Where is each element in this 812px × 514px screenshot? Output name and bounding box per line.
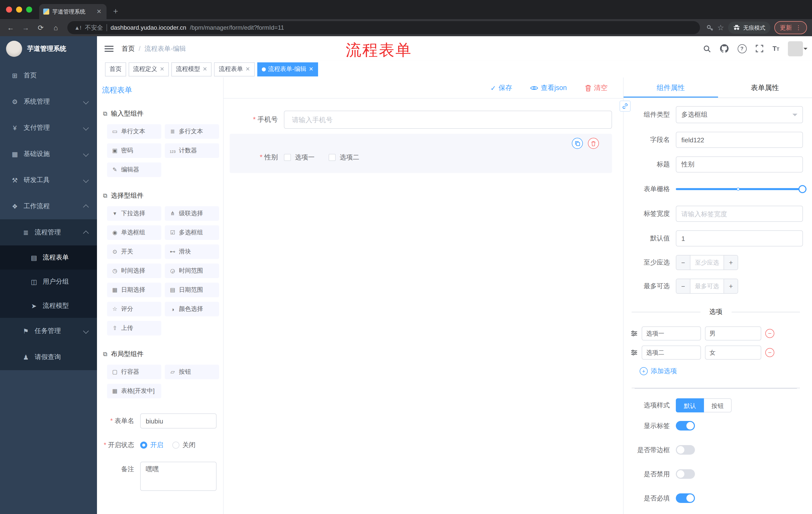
delete-field-button[interactable] xyxy=(588,138,599,149)
required-switch[interactable] xyxy=(676,493,695,503)
forward-icon[interactable]: → xyxy=(20,24,31,32)
sidebar-item-system[interactable]: ⚙ 系统管理 xyxy=(0,88,97,115)
title-input[interactable] xyxy=(676,156,803,172)
palette-item-checkbox-group[interactable]: 多选框组 xyxy=(165,225,219,240)
checkbox-icon[interactable] xyxy=(329,154,336,161)
tag-close-icon[interactable]: ✕ xyxy=(245,66,250,73)
browser-tab[interactable]: 芋道管理系统 ✕ xyxy=(39,4,107,19)
hamburger-icon[interactable] xyxy=(105,46,114,52)
sidebar-item-leave-query[interactable]: ♟ 请假查询 xyxy=(0,344,97,370)
clear-button[interactable]: 清空 xyxy=(582,83,610,93)
slider-handle[interactable] xyxy=(799,185,807,193)
sidebar-item-workflow[interactable]: ❖ 工作流程 xyxy=(0,193,97,219)
back-icon[interactable]: ← xyxy=(5,24,16,32)
github-icon[interactable] xyxy=(720,44,729,53)
decrease-button[interactable]: − xyxy=(676,255,690,270)
disabled-switch[interactable] xyxy=(676,469,695,479)
add-option-button[interactable]: + 添加选项 xyxy=(640,367,803,376)
tag-close-icon[interactable]: ✕ xyxy=(160,66,164,73)
status-radio-off[interactable]: 关闭 xyxy=(172,440,196,450)
form-name-input[interactable] xyxy=(140,413,216,429)
status-radio-on[interactable]: 开启 xyxy=(140,440,163,450)
tag-process-definition[interactable]: 流程定义 ✕ xyxy=(128,62,169,76)
palette-item-rate[interactable]: 评分 xyxy=(107,302,161,316)
password-key-icon[interactable] xyxy=(706,24,713,31)
palette-item-time-picker[interactable]: 时间选择 xyxy=(107,264,161,278)
style-button-button[interactable]: 按钮 xyxy=(704,398,732,412)
checkbox-icon[interactable] xyxy=(284,154,291,161)
palette-item-color-picker[interactable]: 颜色选择 xyxy=(165,302,219,316)
search-icon[interactable] xyxy=(702,44,711,53)
sidebar-item-payment[interactable]: ¥ 支付管理 xyxy=(0,115,97,141)
tag-process-form-edit[interactable]: 流程表单-编辑 ✕ xyxy=(257,62,318,76)
gender-option-1[interactable]: 选项一 xyxy=(284,153,315,162)
increase-button[interactable]: ＋ xyxy=(724,279,737,293)
save-button[interactable]: ✓ 保存 xyxy=(487,83,515,93)
grid-slider[interactable] xyxy=(676,181,803,197)
drag-handle-icon[interactable] xyxy=(631,350,638,356)
tab-form-props[interactable]: 表单属性 xyxy=(718,77,812,98)
new-tab-button[interactable]: ＋ xyxy=(112,6,120,17)
option-value-input[interactable] xyxy=(705,346,761,360)
show-label-switch[interactable] xyxy=(676,421,695,431)
palette-item-cascader[interactable]: 级联选择 xyxy=(165,206,219,221)
bookmark-star-icon[interactable]: ☆ xyxy=(717,23,724,32)
tag-process-form[interactable]: 流程表单 ✕ xyxy=(214,62,255,76)
user-avatar[interactable] xyxy=(788,41,803,56)
default-value-input[interactable] xyxy=(676,231,803,246)
palette-item-radio-group[interactable]: 单选框组 xyxy=(107,225,161,240)
home-icon[interactable]: ⌂ xyxy=(50,24,61,32)
palette-item-editor[interactable]: 编辑器 xyxy=(107,162,161,177)
sidebar-logo[interactable]: 芋道管理系统 xyxy=(0,36,97,61)
palette-item-row-container[interactable]: 行容器 xyxy=(107,364,161,379)
tag-process-model[interactable]: 流程模型 ✕ xyxy=(171,62,211,76)
tag-close-icon[interactable]: ✕ xyxy=(203,66,207,73)
palette-item-date-range[interactable]: 日期范围 xyxy=(165,283,219,297)
sidebar-item-user-group[interactable]: ◫ 用户分组 xyxy=(0,270,97,294)
palette-item-counter[interactable]: 计数器 xyxy=(165,143,219,158)
sidebar-item-infrastructure[interactable]: ▦ 基础设施 xyxy=(0,141,97,167)
max-select-input[interactable] xyxy=(690,279,724,293)
reload-icon[interactable]: ⟳ xyxy=(35,24,46,32)
remove-option-icon[interactable]: − xyxy=(765,348,774,357)
palette-item-time-range[interactable]: 时间范围 xyxy=(165,264,219,278)
decrease-button[interactable]: − xyxy=(676,279,690,293)
tag-close-icon[interactable]: ✕ xyxy=(309,66,313,73)
option-value-input[interactable] xyxy=(705,326,761,341)
browser-update-button[interactable]: 更新 ⋮ xyxy=(774,21,807,34)
tab-component-props[interactable]: 组件属性 xyxy=(624,77,718,98)
style-default-button[interactable]: 默认 xyxy=(676,398,704,412)
option-label-input[interactable] xyxy=(642,326,701,341)
increase-button[interactable]: ＋ xyxy=(724,255,737,270)
palette-item-switch[interactable]: 开关 xyxy=(107,244,161,259)
palette-item-button[interactable]: 按钮 xyxy=(165,364,219,379)
help-icon[interactable]: ? xyxy=(737,44,747,53)
link-icon[interactable] xyxy=(619,101,631,112)
palette-item-multi-text[interactable]: 多行文本 xyxy=(165,124,219,139)
sidebar-item-process-form[interactable]: ▤ 流程表单 xyxy=(0,245,97,270)
phone-input[interactable] xyxy=(284,111,612,129)
sidebar-item-process-model[interactable]: ➤ 流程模型 xyxy=(0,294,97,318)
view-json-button[interactable]: 查看json xyxy=(527,83,570,93)
palette-item-password[interactable]: 密码 xyxy=(107,143,161,158)
minimize-window-button[interactable] xyxy=(16,6,22,12)
field-name-input[interactable] xyxy=(676,132,803,148)
component-type-select[interactable]: 多选框组 xyxy=(676,106,803,123)
font-size-icon[interactable]: TT xyxy=(773,45,779,52)
close-window-button[interactable] xyxy=(6,6,12,12)
form-remark-textarea[interactable]: 嘿嘿 xyxy=(140,462,216,491)
palette-item-date-picker[interactable]: 日期选择 xyxy=(107,283,161,297)
canvas-field-phone[interactable]: 手机号 xyxy=(230,111,612,129)
border-switch[interactable] xyxy=(676,445,695,455)
canvas-field-gender-selected[interactable]: 性别 选项一 选项二 xyxy=(230,134,612,173)
browser-menu-icon[interactable]: ⋮ xyxy=(795,24,802,31)
label-width-input[interactable] xyxy=(676,206,803,222)
palette-item-table[interactable]: 表格[开发中] xyxy=(107,384,161,398)
palette-item-upload[interactable]: 上传 xyxy=(107,321,161,335)
sidebar-item-task-management[interactable]: ⚑ 任务管理 xyxy=(0,318,97,344)
slider-track[interactable] xyxy=(676,188,803,190)
option-label-input[interactable] xyxy=(642,346,701,360)
tag-home[interactable]: 首页 xyxy=(105,62,126,76)
drag-handle-icon[interactable] xyxy=(631,330,638,336)
fullscreen-icon[interactable] xyxy=(755,44,764,53)
